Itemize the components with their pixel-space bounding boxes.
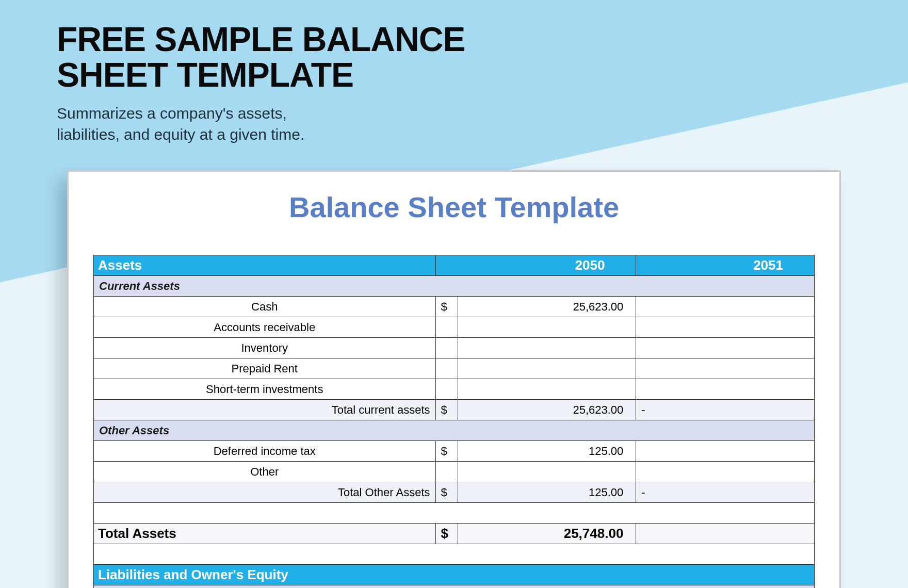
total-assets-row: Total Assets $ 25,748.00 xyxy=(94,524,815,544)
row-value-a xyxy=(458,462,636,482)
row-label: Accounts receivable xyxy=(94,317,436,338)
total-other-b: - xyxy=(636,482,815,503)
row-value-a xyxy=(458,317,636,338)
row-label: Prepaid Rent xyxy=(94,358,436,379)
table-row: Cash $ 25,623.00 xyxy=(94,297,815,317)
total-assets-a: 25,748.00 xyxy=(458,524,636,544)
row-currency xyxy=(435,358,458,379)
row-value-b xyxy=(636,462,815,482)
total-other-label: Total Other Assets xyxy=(94,482,436,503)
row-value-b xyxy=(636,441,815,462)
table-row: Deferred income tax $ 125.00 xyxy=(94,441,815,462)
row-value-a xyxy=(458,379,636,400)
year-a-header: 2050 xyxy=(435,255,636,276)
subheadline: Summarizes a company's assets, liabiliti… xyxy=(57,103,304,145)
row-currency xyxy=(435,338,458,358)
headline-line-2: SHEET TEMPLATE xyxy=(57,56,353,94)
row-label: Cash xyxy=(94,297,436,317)
total-assets-b xyxy=(636,524,815,544)
assets-header-label: Assets xyxy=(94,255,436,276)
stage: FREE SAMPLE BALANCE SHEET TEMPLATE Summa… xyxy=(0,0,908,588)
spacer-row xyxy=(94,544,815,565)
row-value-b xyxy=(636,358,815,379)
total-current-currency: $ xyxy=(435,400,458,420)
liabilities-header-row: Liabilities and Owner's Equity xyxy=(94,565,815,585)
row-label: Inventory xyxy=(94,338,436,358)
subhead-line-2: liabilities, and equity at a given time. xyxy=(57,126,304,143)
row-value-b xyxy=(636,297,815,317)
row-currency xyxy=(435,462,458,482)
row-value-b xyxy=(636,379,815,400)
row-currency xyxy=(435,317,458,338)
other-assets-label: Other Assets xyxy=(94,420,815,441)
table-row: Other xyxy=(94,462,815,482)
sheet-title: Balance Sheet Template xyxy=(93,190,815,224)
balance-sheet-document: Balance Sheet Template Assets 2050 2051 … xyxy=(67,170,841,588)
row-value-a xyxy=(458,338,636,358)
current-assets-label: Current Assets xyxy=(94,276,815,297)
row-label: Deferred income tax xyxy=(94,441,436,462)
total-current-assets-row: Total current assets $ 25,623.00 - xyxy=(94,400,815,420)
balance-sheet-table: Assets 2050 2051 Current Assets Cash $ 2… xyxy=(93,255,815,588)
total-other-currency: $ xyxy=(435,482,458,503)
total-current-label: Total current assets xyxy=(94,400,436,420)
row-currency: $ xyxy=(435,441,458,462)
subhead-line-1: Summarizes a company's assets, xyxy=(57,105,287,122)
table-row: Inventory xyxy=(94,338,815,358)
row-value-a: 25,623.00 xyxy=(458,297,636,317)
row-currency xyxy=(435,379,458,400)
total-current-a: 25,623.00 xyxy=(458,400,636,420)
other-assets-subheader: Other Assets xyxy=(94,420,815,441)
row-label: Short-term investments xyxy=(94,379,436,400)
current-assets-subheader: Current Assets xyxy=(94,276,815,297)
headline: FREE SAMPLE BALANCE SHEET TEMPLATE xyxy=(57,22,465,93)
current-liabilities-subheader: Current Liabilities xyxy=(94,585,815,589)
total-assets-label: Total Assets xyxy=(94,524,436,544)
row-value-b xyxy=(636,317,815,338)
total-assets-currency: $ xyxy=(435,524,458,544)
total-other-assets-row: Total Other Assets $ 125.00 - xyxy=(94,482,815,503)
assets-header-row: Assets 2050 2051 xyxy=(94,255,815,276)
table-row: Prepaid Rent xyxy=(94,358,815,379)
table-row: Short-term investments xyxy=(94,379,815,400)
headline-line-1: FREE SAMPLE BALANCE xyxy=(57,20,465,58)
table-row: Accounts receivable xyxy=(94,317,815,338)
row-value-b xyxy=(636,338,815,358)
liabilities-header-label: Liabilities and Owner's Equity xyxy=(94,565,815,585)
row-label: Other xyxy=(94,462,436,482)
row-currency: $ xyxy=(435,297,458,317)
current-liabilities-label: Current Liabilities xyxy=(94,585,815,589)
year-b-header: 2051 xyxy=(636,255,815,276)
total-current-b: - xyxy=(636,400,815,420)
row-value-a xyxy=(458,358,636,379)
total-other-a: 125.00 xyxy=(458,482,636,503)
spacer-row xyxy=(94,503,815,524)
row-value-a: 125.00 xyxy=(458,441,636,462)
